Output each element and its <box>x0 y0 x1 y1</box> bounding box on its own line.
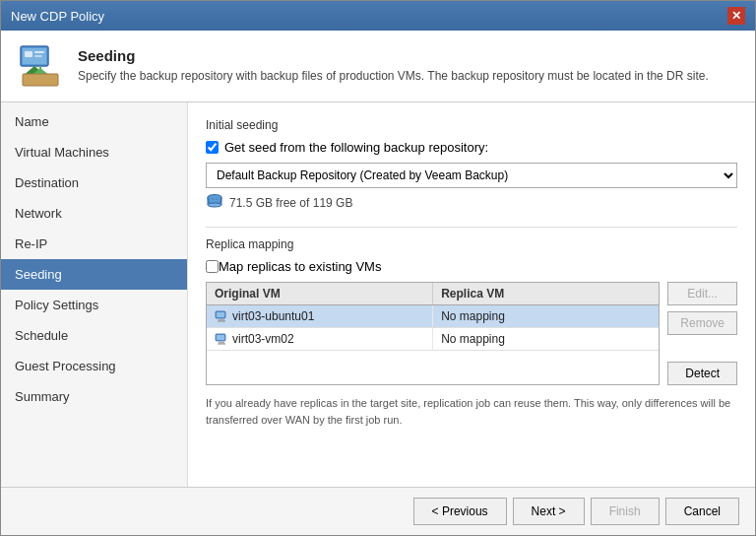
detect-button[interactable]: Detect <box>667 362 737 385</box>
replica-mapping-label: Replica mapping <box>206 237 737 251</box>
svg-rect-3 <box>34 51 44 53</box>
dialog-title: New CDP Policy <box>11 9 104 24</box>
edit-button[interactable]: Edit... <box>667 282 737 305</box>
svg-point-13 <box>208 203 221 207</box>
table-row[interactable]: virt03-vm02No mapping <box>207 328 659 351</box>
replica-table-container: Original VM Replica VM virt03-ubuntu01No… <box>206 282 737 385</box>
sidebar-item-schedule[interactable]: Schedule <box>1 320 187 351</box>
get-seed-checkbox[interactable] <box>206 141 219 154</box>
table-body: virt03-ubuntu01No mapping virt03-vm02No … <box>207 305 659 384</box>
cell-original-vm: virt03-ubuntu01 <box>207 305 433 327</box>
sidebar-item-summary[interactable]: Summary <box>1 381 187 412</box>
repository-dropdown-row: Default Backup Repository (Created by Ve… <box>206 163 737 188</box>
get-seed-label[interactable]: Get seed from the following backup repos… <box>224 140 488 155</box>
svg-rect-2 <box>25 51 32 57</box>
sidebar-item-guest-processing[interactable]: Guest Processing <box>1 351 187 381</box>
svg-rect-22 <box>218 344 225 345</box>
info-text: If you already have replicas in the targ… <box>206 395 737 428</box>
title-bar: New CDP Policy ✕ <box>1 1 755 31</box>
column-original-vm: Original VM <box>207 283 433 304</box>
main-section: NameVirtual MachinesDestinationNetworkRe… <box>1 102 755 487</box>
column-replica-vm: Replica VM <box>433 283 659 304</box>
next-button[interactable]: Next > <box>513 498 585 525</box>
sidebar-item-policy-settings[interactable]: Policy Settings <box>1 290 187 320</box>
close-button[interactable]: ✕ <box>727 7 745 25</box>
storage-info-row: 71.5 GB free of 119 GB <box>206 194 737 211</box>
previous-button[interactable]: < Previous <box>413 498 507 525</box>
cell-replica-vm: No mapping <box>433 305 659 327</box>
map-replicas-label[interactable]: Map replicas to existing VMs <box>219 259 381 274</box>
header-content: Seeding Specify the backup repository wi… <box>78 47 709 85</box>
svg-rect-16 <box>217 312 224 317</box>
map-replicas-checkbox-row: Map replicas to existing VMs <box>206 259 737 274</box>
vm-icon <box>215 332 228 346</box>
finish-button[interactable]: Finish <box>591 498 660 525</box>
map-replicas-checkbox[interactable] <box>206 260 219 273</box>
svg-rect-4 <box>34 55 42 57</box>
repository-dropdown[interactable]: Default Backup Repository (Created by Ve… <box>206 163 737 188</box>
remove-button[interactable]: Remove <box>667 311 737 335</box>
section-divider <box>206 227 737 228</box>
seeding-icon <box>17 42 64 90</box>
svg-rect-7 <box>23 74 58 86</box>
header-title: Seeding <box>78 47 709 64</box>
svg-rect-20 <box>217 335 224 340</box>
sidebar-item-re-ip[interactable]: Re-IP <box>1 229 187 259</box>
storage-icon <box>206 194 223 211</box>
cell-original-vm: virt03-vm02 <box>207 328 433 350</box>
sidebar-item-network[interactable]: Network <box>1 198 187 229</box>
svg-rect-18 <box>218 321 225 322</box>
footer: < Previous Next > Finish Cancel <box>1 487 755 535</box>
content-area: Initial seeding Get seed from the follow… <box>188 102 755 487</box>
header-description: Specify the backup repository with backu… <box>78 68 709 85</box>
table-actions: Edit... Remove Detect <box>667 282 737 385</box>
svg-rect-21 <box>219 342 224 344</box>
dialog-window: New CDP Policy ✕ Seeding Specify the bac… <box>0 0 756 536</box>
get-seed-checkbox-row: Get seed from the following backup repos… <box>206 140 737 155</box>
vm-icon <box>215 309 228 323</box>
sidebar-item-virtual-machines[interactable]: Virtual Machines <box>1 137 187 168</box>
sidebar-item-name[interactable]: Name <box>1 106 187 137</box>
initial-seeding-label: Initial seeding <box>206 118 737 132</box>
sidebar: NameVirtual MachinesDestinationNetworkRe… <box>1 102 188 487</box>
header-section: Seeding Specify the backup repository wi… <box>1 31 755 102</box>
sidebar-item-destination[interactable]: Destination <box>1 168 187 198</box>
sidebar-item-seeding[interactable]: Seeding <box>1 259 187 290</box>
storage-text: 71.5 GB free of 119 GB <box>229 196 352 210</box>
cell-replica-vm: No mapping <box>433 328 659 350</box>
replica-table: Original VM Replica VM virt03-ubuntu01No… <box>206 282 660 385</box>
svg-rect-17 <box>219 319 224 321</box>
table-header: Original VM Replica VM <box>207 283 659 305</box>
table-row[interactable]: virt03-ubuntu01No mapping <box>207 305 659 328</box>
cancel-button[interactable]: Cancel <box>665 498 739 525</box>
